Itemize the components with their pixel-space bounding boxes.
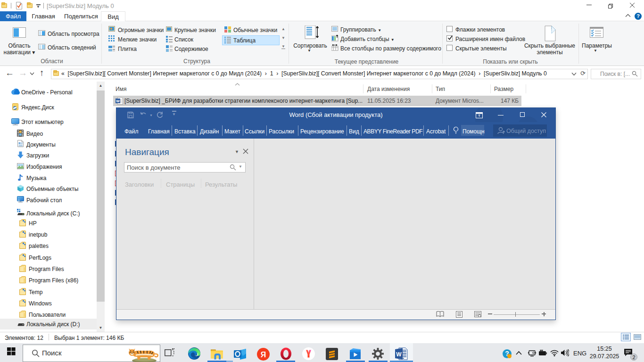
- svg-text:Я: Я: [261, 351, 266, 359]
- svg-text:W: W: [116, 99, 120, 103]
- svg-text:W: W: [396, 351, 402, 358]
